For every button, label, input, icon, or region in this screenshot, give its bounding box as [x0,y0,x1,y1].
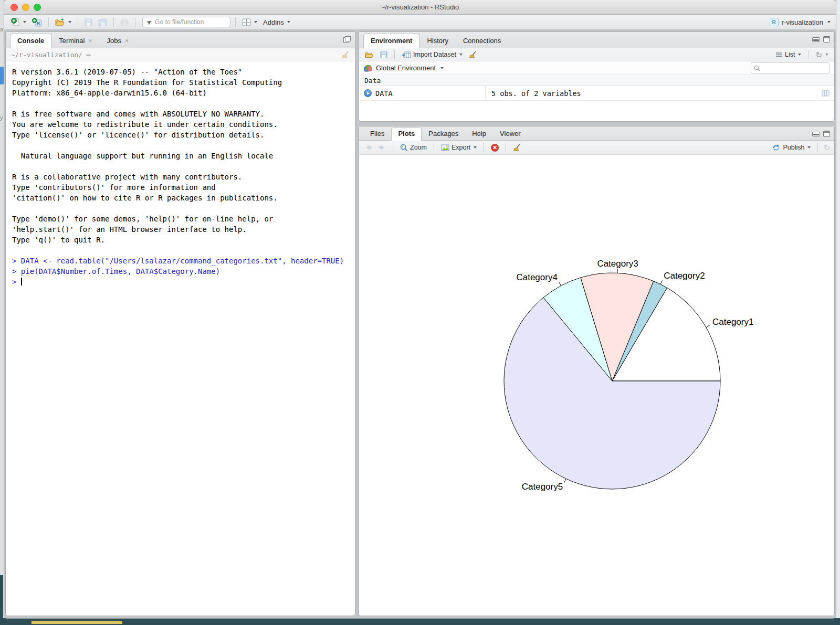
environment-panel: Environment History Connections [359,31,835,122]
object-name: DATA [375,89,393,98]
tab-packages-label: Packages [428,130,458,137]
tab-viewer-label: Viewer [500,130,521,137]
project-dropdown-caret[interactable] [827,21,831,23]
maximize-pane-icon[interactable] [823,131,830,137]
pie-label-tick [660,281,663,284]
minimize-pane-icon[interactable] [812,37,820,42]
minimize-window-button[interactable] [22,4,29,11]
panes-dropdown-caret[interactable] [254,21,257,23]
goto-directory-icon[interactable]: ➦ [86,51,91,59]
console-output-line: Type 'q()' to quit R. [12,235,355,245]
load-workspace-button[interactable] [363,51,375,59]
next-plot-button[interactable] [377,144,387,151]
pie-label-Category5: Category5 [522,482,563,492]
goto-file-function-input[interactable]: ➤ Go to file/function [142,17,230,27]
publish-button[interactable]: Publish [770,143,812,152]
zoom-magnifier-icon [400,144,408,152]
tab-connections-label: Connections [463,37,501,45]
pie-label-Category3: Category3 [597,259,638,269]
toolbar-separator [393,143,393,152]
addins-button[interactable]: Addins [261,17,292,27]
pie-label-Category1: Category1 [712,317,753,327]
import-dataset-caret[interactable] [459,54,463,56]
export-caret[interactable] [474,146,477,149]
tab-environment[interactable]: Environment [363,34,419,48]
console-output-line: Copyright (C) 2019 The R Foundation for … [12,77,355,88]
zoom-label: Zoom [410,144,427,151]
view-mode-caret[interactable] [798,54,801,56]
tab-help[interactable]: Help [465,128,493,141]
new-project-button[interactable]: R [30,17,44,28]
publish-icon [772,144,781,152]
clear-environment-button[interactable] [467,50,479,59]
save-button[interactable] [83,17,94,27]
popout-console-icon[interactable] [343,36,351,43]
new-file-button[interactable] [9,17,28,28]
goto-icon: ➤ [145,17,154,26]
tab-viewer[interactable]: Viewer [493,128,528,141]
background-selection-fragment [0,67,4,84]
environment-view-mode-button[interactable]: List [774,50,803,59]
close-icon[interactable]: × [125,37,129,45]
tab-history[interactable]: History [419,34,455,48]
remove-plot-button[interactable]: ✕ [489,143,500,152]
environment-scope-caret[interactable] [440,67,444,69]
tab-jobs[interactable]: Jobs × [99,34,135,48]
close-icon[interactable]: × [88,37,92,45]
export-label: Export [452,144,470,151]
toolbar-separator [484,143,484,152]
refresh-plot-icon[interactable]: ↻ [823,144,830,152]
panes-grid-icon [242,18,251,26]
r-project-logo-icon: R [770,18,779,26]
text-cursor [21,278,22,285]
tab-connections[interactable]: Connections [456,34,508,48]
tab-terminal[interactable]: Terminal × [51,34,99,48]
new-file-dropdown-caret[interactable] [23,21,26,23]
workspace-panes-button[interactable] [240,17,259,27]
console-output-line: Type 'license()' or 'licence()' for dist… [12,130,355,140]
environment-object-list: DATA5 obs. of 2 variables [359,86,834,101]
maximize-pane-icon[interactable] [823,36,830,43]
console-output[interactable]: R version 3.6.1 (2019-07-05) -- "Action … [6,61,355,287]
view-table-icon[interactable] [822,90,830,97]
environment-search-input[interactable] [751,62,830,73]
addins-dropdown-caret[interactable] [287,21,290,23]
export-plot-button[interactable]: Export [439,143,478,152]
close-window-button[interactable] [10,4,18,11]
save-all-button[interactable] [97,17,109,27]
zoom-window-button[interactable] [34,4,41,11]
minimize-pane-icon[interactable] [812,132,820,136]
plots-toolbar: Zoom Export ✕ [359,141,834,155]
refresh-caret[interactable] [825,54,828,56]
new-file-icon [11,18,20,27]
open-recent-dropdown-caret[interactable] [68,21,71,23]
tab-packages[interactable]: Packages [422,128,465,141]
console-output-line: 'help.start()' for an HTML browser inter… [12,224,355,235]
tab-console[interactable]: Console [10,34,51,48]
project-name-label: r-visualization [782,18,823,26]
clear-console-broom-icon[interactable] [341,51,350,59]
pie-label-tick [564,479,566,482]
publish-caret[interactable] [807,146,811,149]
previous-plot-button[interactable] [363,144,374,151]
toolbar-separator [817,143,818,152]
expand-object-icon[interactable] [364,89,372,97]
tab-files[interactable]: Files [363,128,391,141]
clear-all-plots-button[interactable] [511,143,523,152]
open-file-button[interactable] [54,17,73,27]
zoom-plot-button[interactable]: Zoom [398,143,428,152]
background-window-left-sliver: a y [0,0,4,618]
console-output-line [12,245,355,256]
tab-plots[interactable]: Plots [391,128,422,141]
environment-scope-row: Global Environment [359,61,834,75]
console-output-line: R is a collaborative project with many c… [12,172,355,182]
project-menu-button[interactable]: R r-visualization [770,18,831,26]
console-output-line [12,203,355,214]
refresh-environment-button[interactable]: ↻ [814,50,830,59]
save-workspace-button[interactable] [379,50,389,59]
print-button[interactable] [119,17,130,27]
environment-object-row[interactable]: DATA5 obs. of 2 variables [359,86,834,101]
import-dataset-button[interactable]: Import Dataset [400,50,464,59]
toolbar-separator [808,50,808,59]
console-output-line [12,98,355,109]
